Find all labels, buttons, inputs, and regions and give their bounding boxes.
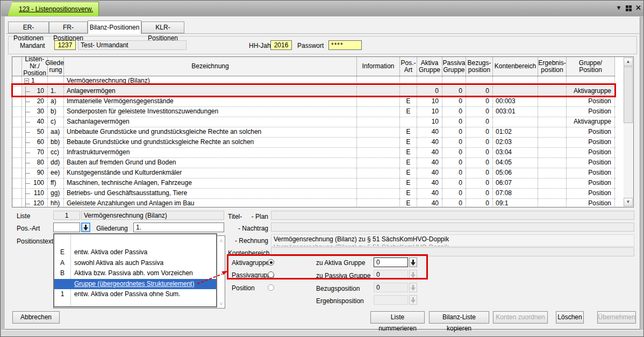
- row-selector[interactable]: [12, 168, 22, 178]
- cell-ergebnis: [538, 76, 567, 86]
- document-tab-title: 123 - Listenpositionsverw.: [19, 5, 93, 13]
- table-row[interactable]: 80dd)Bauten auf fremden Grund und BodenE…: [12, 158, 616, 168]
- window-close-icon[interactable]: ✕: [635, 4, 641, 12]
- row-selector[interactable]: [12, 178, 22, 188]
- cell-posart: E: [400, 158, 417, 168]
- liste-label: Liste: [17, 212, 30, 220]
- row-selector[interactable]: [12, 199, 22, 207]
- scrollbar-thumb[interactable]: [624, 67, 633, 123]
- cell-posart: E: [400, 97, 417, 106]
- tab-bilanz-positionen[interactable]: Bilanz-Positionen: [88, 20, 141, 34]
- tab-klr-positionen[interactable]: KLR-Positionen: [141, 21, 184, 33]
- cell-info: [357, 107, 400, 117]
- hhjahr-field[interactable]: 2016: [270, 40, 292, 50]
- cell-konten: 02:03: [493, 138, 538, 147]
- row-selector[interactable]: [12, 189, 22, 198]
- tile-windows-icon[interactable]: [626, 5, 632, 11]
- posart-option[interactable]: 1entw. Aktiva oder Passiva ohne Sum.: [54, 289, 216, 299]
- window-titlebar: 123 - Listenpositionsverw. ✕ ▾ ✕: [1, 1, 644, 16]
- table-row[interactable]: 101.Anlagevermögen000Aktivagruppe: [12, 87, 616, 97]
- cell-info: [357, 148, 400, 157]
- posart-option[interactable]: Gruppe (übergeordnetes Strukturelement): [54, 279, 216, 289]
- rechnung-label: - Rechnung: [226, 237, 268, 245]
- posart-field[interactable]: [53, 223, 80, 232]
- column-header[interactable]: Bezugs- position: [466, 57, 493, 76]
- table-vertical-scrollbar[interactable]: ▲ ▼: [624, 58, 633, 206]
- cell-bezug: 0: [466, 127, 493, 137]
- cell-bez: Infrastrukturvermögen: [64, 148, 357, 157]
- position-radio[interactable]: [268, 284, 274, 291]
- cell-bez: Vermögensrechnung (Bilanz): [64, 76, 357, 86]
- column-header[interactable]: Information: [357, 57, 400, 76]
- table-row[interactable]: 40c)Sachanlagevermögen1000Aktivagruppe: [12, 117, 616, 127]
- table-row[interactable]: 1Vermögensrechnung (Bilanz): [12, 76, 616, 87]
- column-header[interactable]: Gruppe/ Position: [567, 57, 615, 76]
- tree-collapse-icon[interactable]: [24, 78, 29, 83]
- table-row[interactable]: 120hh)Geleistete Anzahlungen und Anlagen…: [12, 199, 616, 207]
- table-row[interactable]: 90ee)Kunstgegenstände und Kulturdenkmäle…: [12, 168, 616, 178]
- column-header[interactable]: Listen-Nr./ Position: [22, 57, 48, 76]
- cell-passiva: [442, 76, 466, 86]
- cell-konten: [493, 87, 538, 96]
- abbrechen-button[interactable]: Abbrechen: [12, 311, 60, 324]
- ergebnisposition-field: [374, 295, 408, 305]
- cell-nr: 30: [22, 107, 48, 117]
- table-row[interactable]: 60bb)Bebaute Grundstücke und grundstücks…: [12, 138, 616, 148]
- row-selector[interactable]: [12, 117, 22, 127]
- table-row[interactable]: 50aa)Unbebaute Grundstücke und grundstüc…: [12, 127, 616, 138]
- row-selector[interactable]: [12, 148, 22, 157]
- scroll-down-icon[interactable]: ▼: [624, 198, 633, 206]
- posart-option[interactable]: Asowohl Aktiva als auch Passiva: [54, 258, 216, 268]
- passwort-field[interactable]: ****: [328, 40, 362, 50]
- scroll-up-icon[interactable]: ▲: [624, 58, 633, 66]
- column-header[interactable]: Aktiva Gruppe: [417, 57, 442, 76]
- window-dropdown-icon[interactable]: ▾: [617, 4, 620, 11]
- column-header[interactable]: Gliede- rung: [48, 57, 64, 76]
- cell-posart: E: [400, 138, 417, 147]
- tab-fr-positionen[interactable]: FR-Positionen: [49, 21, 88, 33]
- posart-dropdown-button[interactable]: [81, 223, 90, 232]
- row-selector[interactable]: [12, 127, 22, 137]
- column-header[interactable]: Kontenbereich: [493, 57, 538, 76]
- cell-konten: [493, 117, 538, 127]
- cell-bez: Kunstgegenstände und Kulturdenkmäler: [64, 168, 357, 178]
- cell-konten: 09:1: [493, 199, 538, 207]
- table-row[interactable]: 70cc)InfrastrukturvermögenE400003:04Posi…: [12, 148, 616, 158]
- zu-aktiva-gruppe-field[interactable]: 0: [374, 257, 408, 267]
- bilanz-liste-kopieren-button[interactable]: Bilanz-Liste kopieren: [429, 311, 489, 324]
- table-row[interactable]: 110gg)Betriebs- und Geschäftsausstattung…: [12, 189, 616, 199]
- dropdown-arrow-icon: [411, 260, 416, 266]
- row-selector[interactable]: [12, 76, 22, 86]
- row-selector[interactable]: [12, 138, 22, 147]
- table-row[interactable]: 100ff)Maschinen, technische Anlagen, Fah…: [12, 178, 616, 189]
- passivagruppe-radio[interactable]: [268, 271, 274, 278]
- row-selector[interactable]: [12, 107, 22, 117]
- cell-info: [357, 199, 400, 207]
- textarea-scroll-up-icon[interactable]: ∧: [219, 238, 223, 243]
- column-header[interactable]: Bezeichnung: [64, 57, 357, 76]
- liste-nummerieren-button[interactable]: Liste nummerieren: [370, 311, 425, 324]
- document-tab-close-icon[interactable]: ✕: [98, 5, 104, 13]
- column-header[interactable]: Ergebnis- position: [538, 57, 567, 76]
- cell-posart: [400, 76, 417, 86]
- column-header[interactable]: Pos.- Art: [400, 57, 417, 76]
- cell-konten: [493, 76, 538, 86]
- tab-er-positionen[interactable]: ER-Positionen: [8, 21, 49, 33]
- kontenbereich-label: Kontenbereich: [228, 249, 269, 257]
- posart-option[interactable]: BAktiva bzw. Passiva abh. vom Vorzeichen: [54, 268, 216, 278]
- aktivagruppe-radio[interactable]: [268, 259, 274, 266]
- cell-posart: E: [400, 178, 417, 188]
- gliederung-field[interactable]: 1.: [133, 223, 224, 232]
- zu-aktiva-dropdown-button[interactable]: [409, 257, 417, 267]
- positionstext-label: Positionstext: [17, 238, 53, 245]
- row-selector[interactable]: [12, 97, 22, 106]
- row-selector[interactable]: [12, 87, 22, 96]
- table-row[interactable]: 30b)Sonderposten für geleistete Investit…: [12, 107, 616, 117]
- posart-option[interactable]: Eentw. Aktiva oder Passiva: [54, 247, 216, 257]
- table-row[interactable]: 20a)Immaterielle VermögensgegenständeE10…: [12, 97, 616, 107]
- textarea-scroll-down-icon[interactable]: ∨: [219, 300, 223, 306]
- document-tab[interactable]: 123 - Listenpositionsverw. ✕: [8, 2, 99, 16]
- column-header[interactable]: Passiva Gruppe: [442, 57, 466, 76]
- row-selector[interactable]: [12, 158, 22, 168]
- loeschen-button[interactable]: Löschen: [556, 311, 584, 324]
